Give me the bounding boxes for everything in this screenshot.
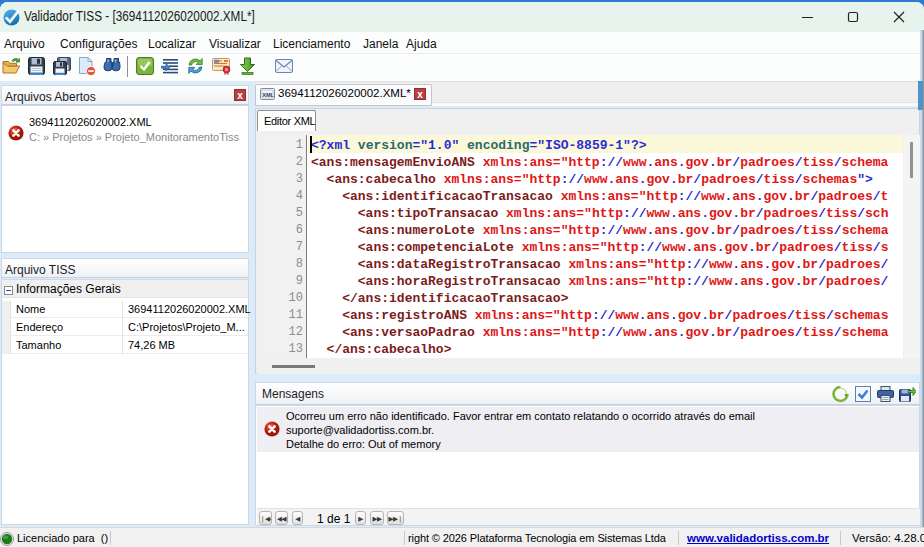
svg-text:XML: XML <box>262 92 274 98</box>
